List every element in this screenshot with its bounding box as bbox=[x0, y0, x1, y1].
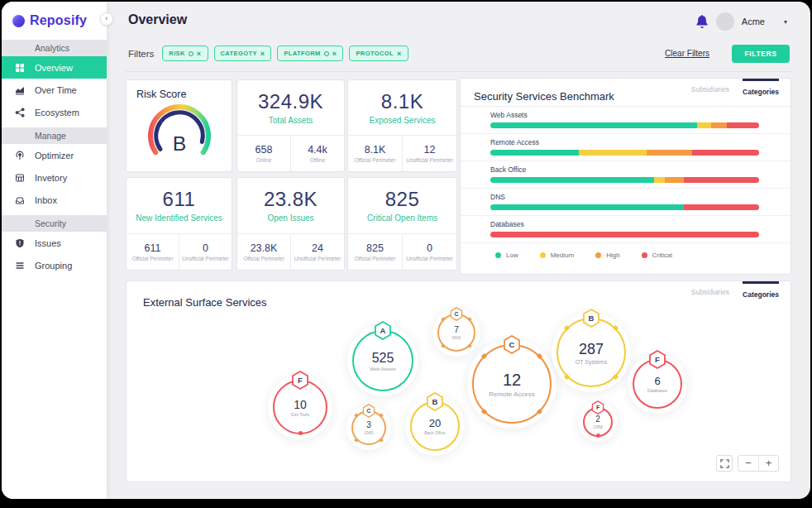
optimizer-icon bbox=[14, 150, 26, 161]
filter-chip-platform[interactable]: PLATFORM× bbox=[277, 46, 343, 61]
legend-dot-icon bbox=[495, 252, 501, 258]
tab-categories[interactable]: Categories bbox=[743, 79, 779, 96]
account-name: Acme bbox=[742, 17, 765, 26]
tab-categories[interactable]: Categories bbox=[743, 281, 779, 299]
avatar[interactable] bbox=[716, 12, 734, 31]
svg-text:A: A bbox=[380, 326, 386, 335]
shield-icon bbox=[14, 237, 26, 249]
bubble-value: 10 bbox=[294, 398, 307, 411]
sidebar-item-label: Invetory bbox=[35, 173, 67, 183]
svg-text:B: B bbox=[589, 314, 595, 323]
sidebar-item-inbox[interactable]: Inbox bbox=[2, 189, 107, 211]
sidebar-item-over-time[interactable]: Over Time bbox=[2, 79, 107, 101]
filter-chip-risk[interactable]: RISK× bbox=[162, 46, 208, 61]
bubble-crm[interactable]: 2CRMF bbox=[583, 407, 613, 437]
stat-card-open-issues: 23.8KOpen Issues23.8KOfficial Perimeter2… bbox=[236, 177, 345, 271]
legend-item-critical: Critical bbox=[642, 252, 672, 259]
bubble-cms[interactable]: 3CMSC bbox=[351, 410, 386, 445]
benchmark-segment-critical bbox=[727, 122, 759, 128]
sidebar-item-optimizer[interactable]: Optimizer bbox=[2, 144, 107, 166]
sidebar-item-label: Over Time bbox=[35, 85, 77, 95]
logo[interactable]: Reposify bbox=[2, 2, 107, 40]
filter-chips: RISK×CATEGOTY×PLATFORM×PROTOCOL× bbox=[162, 46, 408, 61]
benchmark-row-databases: Databases bbox=[461, 216, 791, 243]
grade-badge-icon: B bbox=[426, 392, 444, 415]
stat-sub-label: Offline bbox=[310, 157, 326, 163]
remove-filter-icon[interactable]: × bbox=[260, 51, 265, 56]
inbox-icon bbox=[14, 194, 26, 206]
legend-item-low: Low bbox=[495, 252, 518, 259]
grouping-icon bbox=[14, 260, 26, 271]
legend-item-medium: Medium bbox=[540, 252, 574, 259]
bubble-remote-access[interactable]: 12Remote AccessC bbox=[472, 344, 552, 424]
sidebar-item-label: Inbox bbox=[35, 195, 57, 205]
filters-button[interactable]: FILTERS bbox=[732, 45, 790, 63]
stat-sub-label: Online bbox=[256, 157, 272, 163]
account-area: Acme ▾ bbox=[695, 12, 787, 31]
svg-text:B: B bbox=[432, 397, 438, 406]
bubble-back-office[interactable]: 20Back OfficeB bbox=[410, 401, 460, 451]
benchmark-row-dns: DNS bbox=[461, 189, 791, 216]
stat-card-main: 8.1KExposed Services bbox=[348, 80, 456, 135]
fullscreen-icon[interactable] bbox=[716, 455, 733, 472]
bubble-databases[interactable]: 6DatabasesF bbox=[633, 359, 682, 409]
stat-sub-cell: 24Unofficial Perimeter bbox=[290, 234, 344, 270]
app-window: Reposify AnalyticsOverviewOver TimeEcosy… bbox=[2, 2, 810, 499]
sidebar-item-grouping[interactable]: Grouping bbox=[2, 254, 107, 276]
svg-text:F: F bbox=[655, 355, 660, 364]
grade-badge-icon: F bbox=[648, 350, 666, 372]
bubble-ot-systems[interactable]: 287OT SystemsB bbox=[556, 318, 626, 387]
zoom-in-button[interactable]: + bbox=[758, 456, 778, 471]
stat-sub-label: Official Perimeter bbox=[132, 256, 174, 261]
sidebar-item-overview[interactable]: Overview bbox=[2, 56, 107, 79]
filter-chip-categoty[interactable]: CATEGOTY× bbox=[214, 46, 272, 61]
sidebar-section-security: Security bbox=[2, 215, 107, 232]
bubble-dev-tools[interactable]: 10Dev ToolsF bbox=[273, 380, 327, 434]
sidebar-collapse-button[interactable]: ‹ bbox=[100, 12, 113, 26]
grade-badge-icon: C bbox=[450, 307, 463, 324]
svg-text:C: C bbox=[509, 340, 515, 349]
sidebar-item-label: Issues bbox=[35, 238, 61, 248]
bubble-dns[interactable]: 7DNSC bbox=[437, 314, 475, 352]
tab-subsidiaries[interactable]: Subsidiaries bbox=[691, 79, 729, 96]
stat-card-critical-open-items: 825Critical Open Items825Official Perime… bbox=[347, 177, 457, 271]
grade-badge-icon: F bbox=[591, 400, 604, 418]
notifications-bell-icon[interactable] bbox=[695, 14, 709, 29]
zoom-out-button[interactable]: − bbox=[738, 456, 758, 471]
svg-text:F: F bbox=[596, 405, 599, 410]
filter-chip-protocol[interactable]: PROTOCOL× bbox=[349, 46, 408, 61]
bubble-label: Web Assets bbox=[370, 367, 396, 371]
bubble-label: OT Systems bbox=[576, 359, 607, 365]
clear-filters-link[interactable]: Clear Filters bbox=[665, 49, 709, 58]
legend-label: Medium bbox=[551, 252, 574, 259]
remove-filter-icon[interactable]: × bbox=[197, 51, 202, 56]
stat-label: New Identified Services bbox=[136, 213, 222, 223]
stat-sub-value: 4.4k bbox=[308, 144, 327, 156]
logo-icon bbox=[12, 15, 25, 27]
tab-subsidiaries[interactable]: Subsidiaries bbox=[691, 281, 729, 299]
chevron-down-icon[interactable]: ▾ bbox=[784, 18, 787, 26]
ring-marker-icon bbox=[537, 409, 542, 415]
grid-icon bbox=[14, 62, 26, 74]
sidebar-item-issues[interactable]: Issues bbox=[2, 232, 107, 254]
bubble-value: 7 bbox=[454, 325, 459, 334]
sidebar-item-invetory[interactable]: Invetory bbox=[2, 166, 107, 189]
legend-dot-icon bbox=[642, 252, 647, 258]
stat-sub-cell: 0Unofficial Perimeter bbox=[179, 234, 232, 270]
remove-filter-icon[interactable]: × bbox=[397, 51, 402, 56]
bubble-web-assets[interactable]: 525Web AssetsA bbox=[352, 330, 413, 391]
logo-text: Reposify bbox=[30, 13, 87, 28]
stat-sub-cell: 0Unofficial Perimeter bbox=[402, 234, 456, 270]
sidebar-section-analytics: Analytics bbox=[2, 40, 107, 56]
risk-score-card: Risk Score B bbox=[126, 79, 232, 172]
benchmark-bar bbox=[490, 177, 759, 183]
grade-badge-icon: F bbox=[291, 371, 309, 393]
stat-value: 825 bbox=[385, 188, 420, 211]
remove-filter-icon[interactable]: × bbox=[332, 51, 337, 56]
stat-sub-label: Official Perimeter bbox=[355, 256, 396, 261]
bubble-label: CMS bbox=[364, 430, 373, 435]
bubble-value: 20 bbox=[429, 417, 441, 429]
grade-badge-icon: C bbox=[362, 404, 375, 421]
sidebar-item-ecosystem[interactable]: Ecosystem bbox=[2, 101, 107, 123]
stat-sub-label: Unofficial Perimeter bbox=[406, 256, 453, 261]
